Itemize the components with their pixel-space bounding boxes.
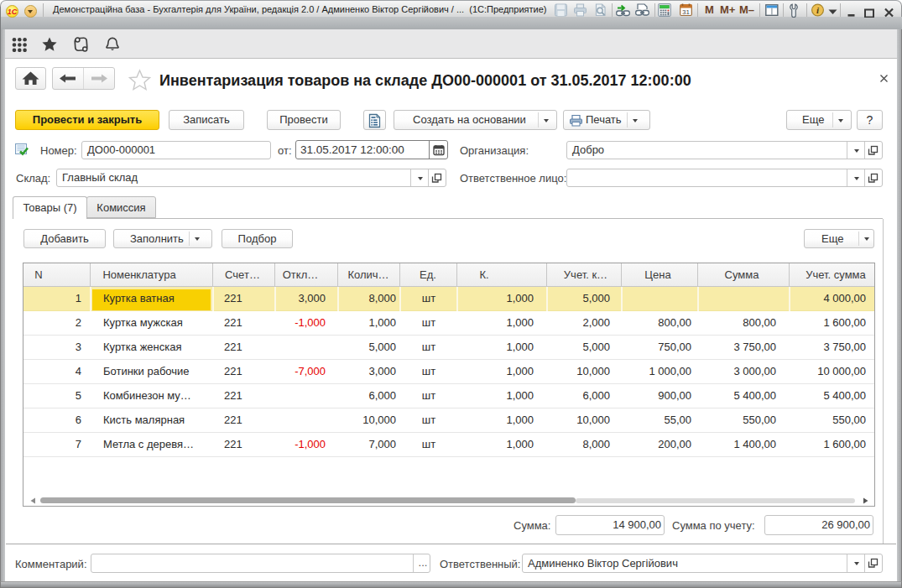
svg-text:31: 31 — [682, 8, 690, 16]
